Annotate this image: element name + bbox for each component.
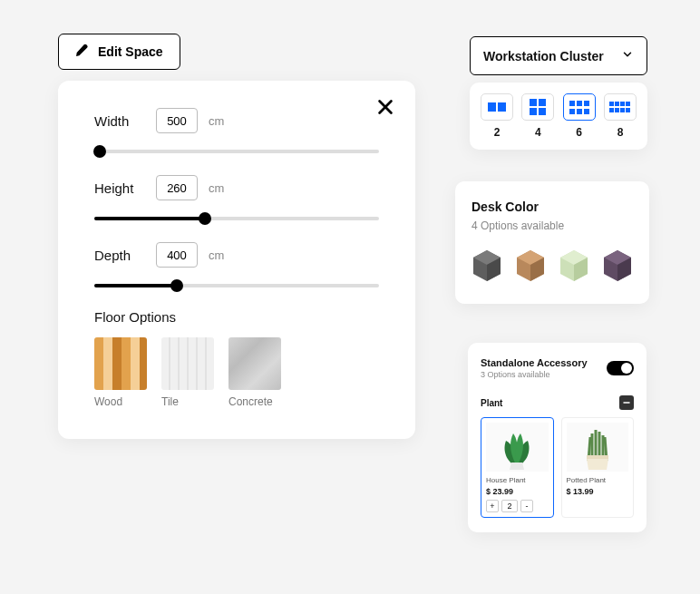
svg-rect-11 [584,109,589,114]
depth-row: Depth cm [94,242,379,287]
qty-value: 2 [501,500,518,512]
accessory-title: Standalone Accessory [481,357,588,368]
depth-input[interactable] [156,242,198,268]
floor-name: Tile [161,395,214,408]
floor-option-tile[interactable]: Tile [161,337,214,408]
svg-rect-9 [569,109,575,114]
potted-plant-icon [567,423,629,472]
close-icon[interactable] [375,97,395,120]
desk-color-brown[interactable] [515,248,546,286]
concrete-swatch [228,337,281,390]
cluster-num: 6 [563,126,596,139]
plant-price: $ 23.99 [486,487,549,496]
collapse-button[interactable] [619,395,634,410]
tile-swatch [161,337,214,390]
cluster-icon-4 [521,93,554,121]
cluster-icon-2 [481,93,513,121]
accessory-card: Standalone Accessory 3 Options available… [468,343,647,532]
desk-color-title: Desk Color [472,200,633,214]
desk-color-green[interactable] [559,248,589,286]
cluster-icon-6 [563,93,596,121]
svg-rect-13 [615,102,619,106]
plant-price: $ 13.99 [567,487,629,496]
svg-rect-12 [609,102,614,106]
qty-decrease-button[interactable]: - [520,500,533,512]
cluster-num: 8 [604,126,637,139]
depth-unit: cm [209,248,224,262]
svg-rect-14 [620,102,625,106]
house-plant-icon [486,423,549,472]
cluster-icon-8 [604,93,637,121]
plant-card-house[interactable]: House Plant $ 23.99 + 2 - [481,417,554,518]
height-slider[interactable] [94,217,379,220]
chevron-down-icon [621,48,634,63]
svg-rect-4 [530,108,537,115]
svg-rect-6 [569,101,575,106]
cluster-option-4[interactable]: 4 [521,93,554,139]
cluster-select[interactable]: Workstation Cluster [470,36,647,75]
svg-rect-2 [530,99,537,106]
width-input[interactable] [156,108,198,133]
height-label: Height [94,180,145,196]
width-unit: cm [209,114,224,128]
accessory-toggle[interactable] [607,361,634,375]
qty-increase-button[interactable]: + [486,500,499,512]
edit-space-button[interactable]: Edit Space [58,34,180,70]
cluster-num: 2 [481,126,513,139]
plant-name: House Plant [486,476,549,484]
height-unit: cm [209,181,224,195]
edit-space-label: Edit Space [98,44,163,59]
desk-color-gray[interactable] [472,248,502,286]
svg-rect-3 [539,99,546,106]
cluster-option-6[interactable]: 6 [563,93,596,139]
svg-rect-15 [626,102,630,106]
svg-rect-5 [539,108,546,115]
svg-rect-16 [609,108,614,112]
wood-swatch [94,337,147,390]
desk-color-card: Desk Color 4 Options available [455,181,649,304]
plant-name: Potted Plant [567,476,629,484]
height-input[interactable] [156,175,198,200]
svg-rect-0 [488,102,496,112]
cluster-option-8[interactable]: 8 [604,93,637,139]
depth-label: Depth [94,248,145,263]
floor-name: Wood [94,395,147,408]
depth-slider[interactable] [94,284,379,287]
svg-rect-17 [615,108,619,112]
accessory-subtitle: 3 Options available [481,370,588,379]
cluster-option-2[interactable]: 2 [481,93,513,139]
svg-rect-10 [577,109,582,114]
pencil-icon [75,44,89,60]
floor-option-concrete[interactable]: Concrete [228,337,281,408]
edit-space-panel: Width cm Height cm Depth cm [58,81,415,439]
svg-rect-1 [498,102,506,112]
floor-options-title: Floor Options [94,309,379,325]
cluster-num: 4 [521,126,554,139]
floor-name: Concrete [228,395,281,408]
svg-rect-7 [577,101,582,106]
floor-option-wood[interactable]: Wood [94,337,147,408]
svg-rect-18 [620,108,625,112]
width-row: Width cm [94,108,379,153]
floor-options: Wood Tile Concrete [94,337,379,408]
height-row: Height cm [94,175,379,220]
width-slider[interactable] [94,150,379,153]
desk-color-subtitle: 4 Options available [472,219,633,232]
width-label: Width [94,113,145,129]
cluster-sizes-card: 2 4 6 8 [470,83,647,150]
desk-color-purple[interactable] [602,248,633,286]
svg-rect-8 [584,101,589,106]
cluster-select-label: Workstation Cluster [483,49,604,63]
plant-card-potted[interactable]: Potted Plant $ 13.99 [561,417,635,518]
svg-rect-19 [626,108,630,112]
plant-group-label: Plant [481,398,502,408]
